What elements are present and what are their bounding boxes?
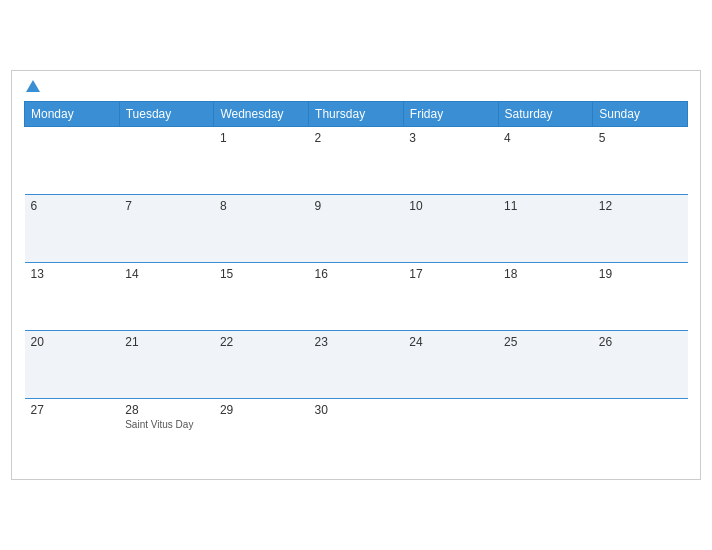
calendar: MondayTuesdayWednesdayThursdayFridaySatu… bbox=[11, 70, 701, 480]
week-row-1: 12345 bbox=[25, 127, 688, 195]
day-number: 18 bbox=[504, 267, 587, 281]
weekday-header-wednesday: Wednesday bbox=[214, 102, 309, 127]
day-cell: 28Saint Vitus Day bbox=[119, 399, 214, 467]
day-cell: 24 bbox=[403, 331, 498, 399]
weekday-header-sunday: Sunday bbox=[593, 102, 688, 127]
weekday-header-thursday: Thursday bbox=[309, 102, 404, 127]
day-number: 5 bbox=[599, 131, 682, 145]
calendar-table: MondayTuesdayWednesdayThursdayFridaySatu… bbox=[24, 101, 688, 467]
day-cell: 8 bbox=[214, 195, 309, 263]
day-number: 28 bbox=[125, 403, 208, 417]
day-number: 7 bbox=[125, 199, 208, 213]
day-number: 6 bbox=[31, 199, 114, 213]
day-number: 12 bbox=[599, 199, 682, 213]
week-row-3: 13141516171819 bbox=[25, 263, 688, 331]
day-cell bbox=[25, 127, 120, 195]
logo-triangle-icon bbox=[26, 80, 40, 92]
day-cell: 16 bbox=[309, 263, 404, 331]
day-cell: 1 bbox=[214, 127, 309, 195]
day-cell: 13 bbox=[25, 263, 120, 331]
day-number: 8 bbox=[220, 199, 303, 213]
day-number: 30 bbox=[315, 403, 398, 417]
day-cell: 5 bbox=[593, 127, 688, 195]
weekday-header-friday: Friday bbox=[403, 102, 498, 127]
day-number: 4 bbox=[504, 131, 587, 145]
week-row-2: 6789101112 bbox=[25, 195, 688, 263]
day-number: 3 bbox=[409, 131, 492, 145]
day-cell: 26 bbox=[593, 331, 688, 399]
day-number: 16 bbox=[315, 267, 398, 281]
day-number: 11 bbox=[504, 199, 587, 213]
day-number: 15 bbox=[220, 267, 303, 281]
weekday-header-saturday: Saturday bbox=[498, 102, 593, 127]
day-cell bbox=[593, 399, 688, 467]
day-number: 21 bbox=[125, 335, 208, 349]
day-cell: 19 bbox=[593, 263, 688, 331]
day-cell: 6 bbox=[25, 195, 120, 263]
day-number: 20 bbox=[31, 335, 114, 349]
day-number: 14 bbox=[125, 267, 208, 281]
day-cell: 18 bbox=[498, 263, 593, 331]
day-cell: 10 bbox=[403, 195, 498, 263]
day-number: 2 bbox=[315, 131, 398, 145]
day-cell: 12 bbox=[593, 195, 688, 263]
weekday-header-tuesday: Tuesday bbox=[119, 102, 214, 127]
day-cell: 23 bbox=[309, 331, 404, 399]
day-cell: 30 bbox=[309, 399, 404, 467]
day-number: 29 bbox=[220, 403, 303, 417]
calendar-header bbox=[24, 81, 688, 93]
day-number: 13 bbox=[31, 267, 114, 281]
day-cell: 7 bbox=[119, 195, 214, 263]
day-cell: 21 bbox=[119, 331, 214, 399]
day-number: 25 bbox=[504, 335, 587, 349]
day-cell bbox=[403, 399, 498, 467]
day-cell: 4 bbox=[498, 127, 593, 195]
day-cell: 14 bbox=[119, 263, 214, 331]
day-cell: 20 bbox=[25, 331, 120, 399]
day-cell: 17 bbox=[403, 263, 498, 331]
day-cell: 29 bbox=[214, 399, 309, 467]
day-number: 17 bbox=[409, 267, 492, 281]
day-number: 23 bbox=[315, 335, 398, 349]
day-cell: 25 bbox=[498, 331, 593, 399]
day-number: 9 bbox=[315, 199, 398, 213]
day-number: 27 bbox=[31, 403, 114, 417]
weekday-header-monday: Monday bbox=[25, 102, 120, 127]
day-cell bbox=[498, 399, 593, 467]
holiday-label: Saint Vitus Day bbox=[125, 419, 208, 430]
day-cell: 11 bbox=[498, 195, 593, 263]
day-cell: 15 bbox=[214, 263, 309, 331]
week-row-4: 20212223242526 bbox=[25, 331, 688, 399]
day-number: 26 bbox=[599, 335, 682, 349]
day-number: 19 bbox=[599, 267, 682, 281]
week-row-5: 2728Saint Vitus Day2930 bbox=[25, 399, 688, 467]
day-cell: 3 bbox=[403, 127, 498, 195]
day-cell: 9 bbox=[309, 195, 404, 263]
day-cell: 2 bbox=[309, 127, 404, 195]
day-cell: 27 bbox=[25, 399, 120, 467]
day-cell: 22 bbox=[214, 331, 309, 399]
weekday-header-row: MondayTuesdayWednesdayThursdayFridaySatu… bbox=[25, 102, 688, 127]
day-number: 22 bbox=[220, 335, 303, 349]
day-number: 24 bbox=[409, 335, 492, 349]
day-cell bbox=[119, 127, 214, 195]
day-number: 10 bbox=[409, 199, 492, 213]
day-number: 1 bbox=[220, 131, 303, 145]
logo bbox=[24, 81, 40, 93]
